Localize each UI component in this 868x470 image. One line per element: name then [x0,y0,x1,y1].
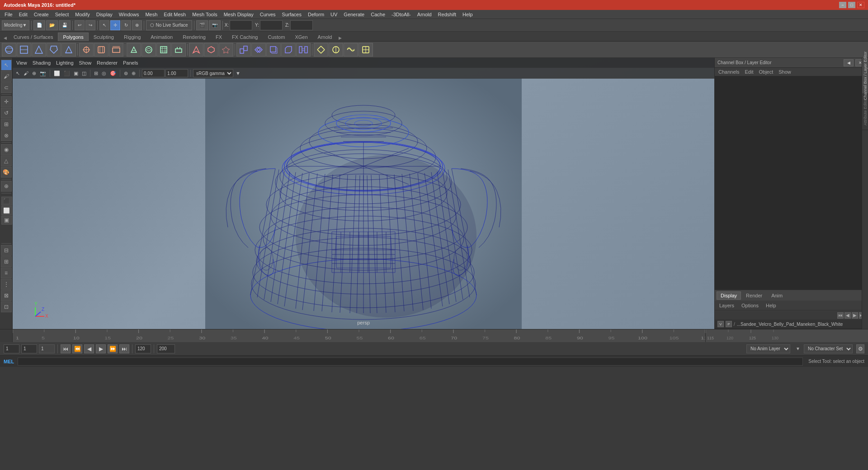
left-panel-btn-3[interactable]: ≡ [1,268,12,278]
vp-menu-renderer[interactable]: Renderer [97,60,118,66]
play-back-btn[interactable]: ◀ [84,344,94,353]
y-input[interactable] [260,20,283,30]
shelf-icon-5[interactable] [61,43,76,56]
panel-expand-btn[interactable]: ◀ [844,59,854,66]
shelf-icon-separate[interactable] [251,43,266,56]
layer-rewind-btn[interactable]: ⏮ [837,312,844,319]
move-tool-button[interactable]: ✛ [110,20,120,30]
show-tab[interactable]: Show [777,69,793,75]
left-panel-btn-2[interactable]: ⊞ [1,256,12,267]
vp-grid-btn[interactable]: ⊞ [93,69,99,78]
shelf-tab-xgen[interactable]: XGen [290,33,312,41]
vp-color-btn[interactable]: ▼ [234,69,242,78]
object-tab[interactable]: Object [757,69,775,75]
shelf-tab-fx-caching[interactable]: FX Caching [227,33,263,41]
save-file-button[interactable]: 💾 [59,20,71,30]
shelf-icon-sym1[interactable] [314,43,328,56]
menu-cache[interactable]: Cache [368,11,388,18]
anim-layer-dropdown[interactable]: No Anim Layer [746,344,790,353]
menu-edit-mesh[interactable]: Edit Mesh [161,11,189,18]
shelf-tab-polygons[interactable]: Polygons [58,33,88,41]
menu-arnold[interactable]: Arnold [415,11,434,18]
layer-row[interactable]: V P / ...Sandee_Velcro_Belly_Pad_Maneken… [715,320,868,329]
vp-paint-btn[interactable]: 🖌 [22,69,30,78]
menu-redshift[interactable]: Redshift [435,11,459,18]
layer-prev-btn[interactable]: ◀ [844,312,851,319]
shelf-left-arrow[interactable]: ◀ [2,35,9,41]
left-panel-btn-1[interactable]: ⊟ [1,245,12,256]
minimize-button[interactable]: − [839,2,846,8]
shelf-icon-1[interactable] [2,43,16,56]
close-button[interactable]: ✕ [857,2,864,8]
maximize-button[interactable]: □ [848,2,855,8]
menu-display[interactable]: Display [94,11,115,18]
shelf-icon-4[interactable] [47,43,61,56]
paint-weights-btn[interactable]: 🎨 [1,167,12,178]
tool-btn-3[interactable]: ▣ [1,216,12,225]
shelf-icon-8[interactable] [109,43,123,56]
menu-mesh[interactable]: Mesh [142,11,160,18]
shelf-icon-sym2[interactable] [329,43,343,56]
menu-modify[interactable]: Modify [72,11,92,18]
undo-button[interactable]: ↩ [75,20,85,30]
timeline-ruler[interactable]: 1 5 10 15 20 25 30 35 40 45 50 55 60 [13,329,705,342]
vert-tab-channel-box[interactable]: Channel Box / Layer Editor [862,58,868,94]
show-manip-btn[interactable]: ⊕ [1,181,12,192]
viewport[interactable]: View Shading Lighting Show Renderer Pane… [13,58,714,329]
forward-to-end-btn[interactable]: ⏭ [119,344,129,353]
left-panel-btn-6[interactable]: ⊡ [1,301,12,312]
shelf-icon-extrude[interactable] [266,43,281,56]
live-surface-button[interactable]: ⬡ No Live Surface [146,20,192,30]
shelf-icon-2[interactable] [17,43,31,56]
universal-manip-btn[interactable]: ⊗ [1,130,12,141]
vp-cam-btn2[interactable]: ◎ [100,69,108,78]
shelf-right-arrow[interactable]: ▶ [337,35,344,41]
menu-help[interactable]: Help [460,11,476,18]
shelf-tab-curves-surfaces[interactable]: Curves / Surfaces [9,33,58,41]
shelf-icon-bevel[interactable] [281,43,296,56]
lasso-btn[interactable]: ⊂ [1,82,12,93]
redo-button[interactable]: ↪ [85,20,95,30]
shelf-icon-bridge[interactable] [296,43,311,56]
vp-various-btn1[interactable]: ⊛ [123,69,129,78]
workspace-dropdown[interactable]: Modeling ▼ [2,20,29,30]
display-tab-btn[interactable]: Display [717,291,741,300]
new-file-button[interactable]: 📄 [33,20,45,30]
menu-select[interactable]: Select [52,11,72,18]
open-file-button[interactable]: 📂 [46,20,58,30]
menu-3dtoall[interactable]: -3DtoAll- [389,11,414,18]
snapshot-button[interactable]: 📷 [209,20,221,30]
shelf-tab-arnold[interactable]: Arnold [313,33,337,41]
vp-camera-btn[interactable]: 📷 [38,69,47,78]
vp-snap-btn2[interactable]: 🎯 [108,69,118,78]
shelf-tab-animation[interactable]: Animation [146,33,178,41]
layer-visible-btn[interactable]: V [717,321,724,327]
render-tab-btn[interactable]: Render [742,291,766,300]
vp-wireframe-btn[interactable]: ⬜ [52,69,61,78]
vert-tab-attr-editor[interactable]: Attribute Editor [862,94,868,130]
status-input[interactable] [18,357,803,366]
x-input[interactable] [230,20,252,30]
scale-btn[interactable]: ⊞ [1,119,12,130]
rewind-to-start-btn[interactable]: ⏮ [61,344,71,353]
select-mode-btn[interactable]: ↖ [1,60,12,70]
vp-various-btn2[interactable]: ⊕ [130,69,137,78]
menu-file[interactable]: File [2,11,15,18]
menu-curves[interactable]: Curves [257,11,278,18]
z-input[interactable] [290,20,313,30]
vp-menu-panels[interactable]: Panels [123,60,138,66]
tool-btn-1[interactable]: ⬛ [1,197,12,206]
end-frame-input[interactable] [135,344,151,353]
menu-mesh-display[interactable]: Mesh Display [221,11,256,18]
transport-settings-btn[interactable]: ⚙ [856,344,864,353]
rotate-tool-button[interactable]: ↻ [121,20,131,30]
shelf-icon-7[interactable] [94,43,108,56]
layers-tab-layers[interactable]: Layers [717,302,736,309]
char-set-dropdown[interactable]: No Character Set [804,344,853,353]
step-back-btn[interactable]: ⏪ [72,344,82,353]
tool-btn-2[interactable]: ⬜ [1,206,12,215]
current-frame-input[interactable] [21,344,37,353]
shelf-icon-sym3[interactable] [344,43,358,56]
left-panel-btn-5[interactable]: ⊠ [1,290,12,301]
vp-display-btn[interactable]: ▣ [72,69,80,78]
